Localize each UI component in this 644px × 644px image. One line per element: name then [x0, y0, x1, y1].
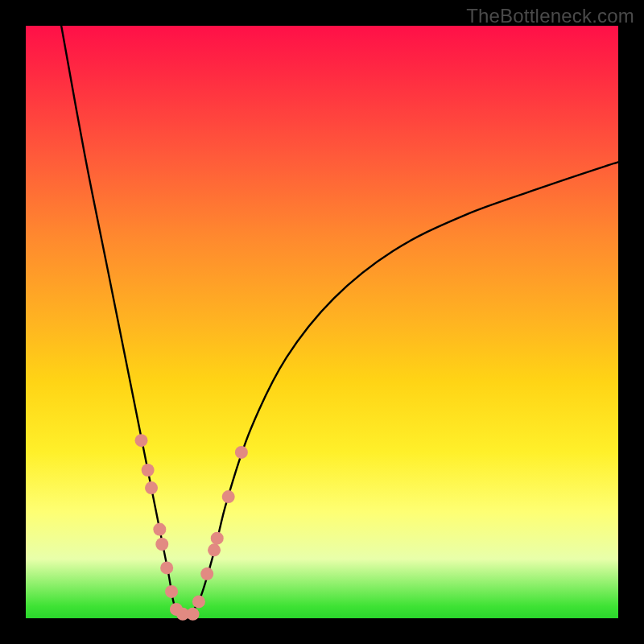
highlight-dot — [211, 532, 224, 545]
highlight-dot — [135, 434, 148, 447]
highlight-dot — [155, 538, 168, 551]
highlight-dot — [208, 543, 221, 556]
highlight-dot — [142, 464, 155, 477]
highlight-dot — [145, 481, 158, 494]
highlight-dot — [187, 608, 200, 621]
chart-frame: TheBottleneck.com — [0, 0, 644, 644]
watermark-text: TheBottleneck.com — [466, 5, 634, 27]
bottleneck-curve-path — [61, 26, 618, 615]
highlight-dot — [222, 490, 235, 503]
highlight-dot — [200, 568, 213, 580]
highlight-dot — [153, 523, 166, 536]
plot-area — [26, 26, 618, 618]
highlight-dot — [235, 446, 248, 459]
highlight-dot — [160, 561, 173, 574]
highlight-dot — [192, 595, 205, 608]
highlight-dots-group — [135, 434, 248, 621]
curve-layer — [26, 26, 618, 618]
highlight-dot — [165, 585, 178, 598]
